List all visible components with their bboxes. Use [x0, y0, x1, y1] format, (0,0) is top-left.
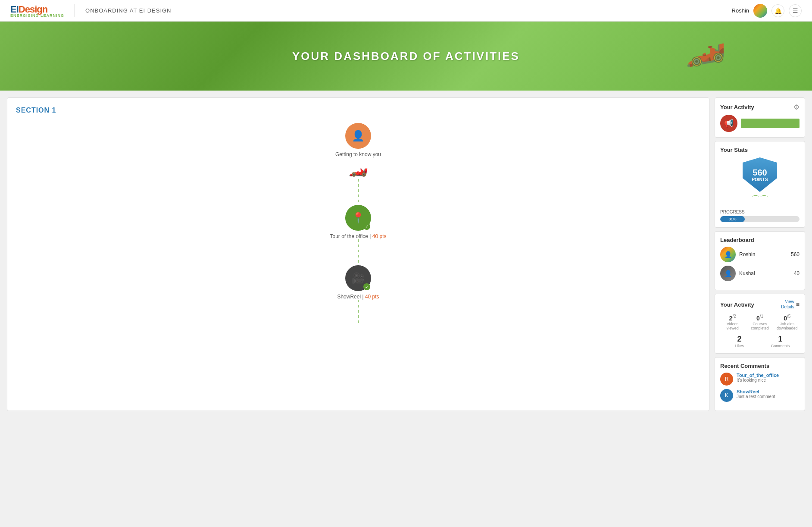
bell-icon[interactable]: 🔔 [771, 4, 784, 17]
header: EIDesign ENERGISING LEARNING ONBOARDING … [0, 0, 812, 22]
activity-top-card: Your Activity ⚙ 📢 [715, 97, 805, 138]
shield-decoration: ⌒⌒ [751, 194, 768, 205]
leaderboard-card: Leaderboard 👤 Roshin 560 👤 Kushal 40 [715, 231, 805, 290]
gear-icon[interactable]: ⚙ [793, 103, 800, 111]
section-title: SECTION 1 [16, 107, 700, 114]
hero-banner: YOUR DASHBOARD OF ACTIVITIES 🏎️ [0, 22, 812, 91]
header-username: Roshin [732, 7, 749, 14]
avatar [753, 4, 767, 18]
timeline-item-showreel[interactable]: 🎥 ✓ ShowReel | 40 pts [337, 265, 379, 300]
timeline-connector-2 [358, 239, 359, 265]
progress-label: PROGRESS [720, 210, 800, 214]
ya-stat-comments-label: Comments [761, 344, 800, 348]
activity-green-bar [741, 119, 800, 128]
showreel-pts: 40 pts [365, 294, 379, 300]
progress-bar-background: 31% [720, 216, 800, 222]
header-divider [75, 4, 75, 17]
stats-shield-container: 560 POINTS ⌒⌒ [720, 157, 800, 205]
view-details-link[interactable]: ViewDetails [781, 299, 794, 310]
leaderboard-title: Leaderboard [720, 237, 800, 243]
ya-stat-courses: 0/1 Coursescompleted [747, 314, 772, 330]
ya-stat-courses-label: Coursescompleted [747, 322, 772, 330]
lb-row-kushal: 👤 Kushal 40 [720, 266, 800, 281]
stats-card: Your Stats 560 POINTS ⌒⌒ PROGRESS 31% [715, 141, 805, 228]
recent-comments-title: Recent Comments [720, 363, 800, 369]
lb-score-roshin: 560 [791, 251, 800, 257]
logo-ei: EI [10, 4, 19, 15]
ya-stat-likes-label: Likes [720, 344, 759, 348]
ya-stat-likes-value: 2 [720, 335, 759, 344]
logo-design: Design [19, 4, 47, 15]
person-icon: 👤 [352, 130, 365, 142]
points-label: POINTS [752, 177, 768, 182]
activity-top-header: Your Activity ⚙ [720, 103, 800, 111]
timeline-node-1: 👤 [345, 123, 371, 149]
tour-pts: 40 pts [372, 233, 387, 239]
rc-content-1: Tour_of_the_office It's looking nice [737, 373, 779, 383]
timeline-node-3: 🎥 ✓ [345, 265, 371, 291]
checkmark-icon: ✓ [363, 223, 370, 230]
ya-stat-jobaid: 0/5 Job aidsdownloaded [775, 314, 800, 330]
timeline-label-3: ShowReel | 40 pts [337, 294, 379, 300]
logo-subtitle: ENERGISING LEARNING [10, 13, 64, 18]
ya-stat-comments: 1 Comments [761, 335, 800, 348]
activity-bar-row: 📢 [720, 115, 800, 132]
rc-comment-2: Just a test comment [737, 394, 775, 399]
timeline-label-2: Tour of the office | 40 pts [330, 233, 387, 239]
ya-stat-videos: 2/2 Videosviewed [720, 314, 745, 330]
progress-bar-text: 31% [729, 217, 737, 221]
ya-title: Your Activity [720, 301, 754, 308]
ya-stat-comments-value: 1 [761, 335, 800, 344]
left-panel: SECTION 1 👤 Getting to know you 🏎️ 📍 ✓ [7, 97, 709, 411]
lb-row-roshin: 👤 Roshin 560 [720, 247, 800, 262]
main-content: SECTION 1 👤 Getting to know you 🏎️ 📍 ✓ [0, 91, 812, 418]
ya-stats-grid2: 2 Likes 1 Comments [720, 335, 800, 348]
rc-row-2: K ShowReel Just a test comment [720, 389, 800, 402]
list-icon[interactable]: ≡ [796, 301, 800, 308]
timeline-label-1: Getting to know you [335, 151, 381, 157]
timeline-connector-1 [358, 179, 359, 205]
lb-name-roshin: Roshin [739, 251, 787, 257]
lb-score-kushal: 40 [794, 270, 800, 276]
rc-link-1[interactable]: Tour_of_the_office [737, 373, 779, 378]
recent-comments-card: Recent Comments R Tour_of_the_office It'… [715, 357, 805, 411]
camera-icon: 🎥 [352, 272, 365, 284]
checkmark-icon-2: ✓ [363, 283, 370, 290]
points-value: 560 [753, 168, 767, 177]
map-pin-icon: 📍 [352, 212, 365, 224]
timeline-item-tour[interactable]: 📍 ✓ Tour of the office | 40 pts [330, 205, 387, 239]
rc-content-2: ShowReel Just a test comment [737, 389, 775, 399]
timeline-car: 🏎️ [349, 159, 368, 177]
ya-stat-likes: 2 Likes [720, 335, 759, 348]
rc-avatar-2: K [720, 389, 733, 402]
your-activity-bottom-card: Your Activity ViewDetails ≡ 2/2 Videosvi… [715, 294, 805, 354]
ya-stats-grid: 2/2 Videosviewed 0/1 Coursescompleted 0/… [720, 314, 800, 330]
logo-text: EIDesign ENERGISING LEARNING [10, 4, 64, 18]
logo: EIDesign ENERGISING LEARNING [10, 4, 64, 18]
activity-top-title: Your Activity [720, 104, 754, 110]
rc-comment-1: It's looking nice [737, 378, 779, 383]
ya-stat-jobaid-value: 0/5 [775, 314, 800, 322]
lb-avatar-roshin: 👤 [720, 247, 736, 262]
header-title: ONBOARDING AT EI DESIGN [85, 7, 172, 14]
rc-avatar-1: R [720, 373, 733, 386]
ya-stat-jobaid-label: Job aidsdownloaded [775, 322, 800, 330]
megaphone-icon: 📢 [720, 115, 737, 132]
hero-title: YOUR DASHBOARD OF ACTIVITIES [292, 50, 520, 63]
timeline-item-getting-to-know-you[interactable]: 👤 Getting to know you [335, 123, 381, 157]
rc-row-1: R Tour_of_the_office It's looking nice [720, 373, 800, 386]
ya-stat-videos-label: Videosviewed [720, 322, 745, 330]
menu-icon[interactable]: ☰ [789, 4, 802, 17]
header-right: Roshin 🔔 ☰ [732, 4, 802, 18]
ya-header: Your Activity ViewDetails ≡ [720, 299, 800, 310]
hero-car-icon: 🏎️ [680, 22, 729, 70]
stats-title: Your Stats [720, 147, 800, 153]
ya-stat-videos-value: 2/2 [720, 314, 745, 322]
rc-link-2[interactable]: ShowReel [737, 389, 775, 394]
header-left: EIDesign ENERGISING LEARNING ONBOARDING … [10, 4, 172, 18]
timeline: 👤 Getting to know you 🏎️ 📍 ✓ Tour of the… [16, 123, 700, 326]
progress-bar-fill: 31% [720, 216, 745, 222]
lb-name-kushal: Kushal [739, 270, 790, 276]
right-panel: Your Activity ⚙ 📢 Your Stats 560 POINTS … [715, 97, 805, 411]
points-shield: 560 POINTS [743, 157, 777, 192]
